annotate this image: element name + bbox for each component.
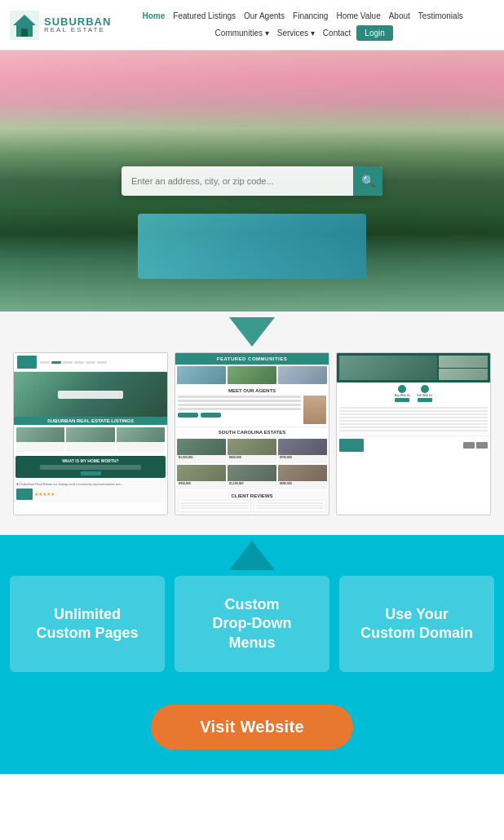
nav-testimonials[interactable]: Testimonials bbox=[416, 10, 466, 22]
ss2-review-2 bbox=[254, 500, 327, 512]
ss3-header bbox=[337, 353, 490, 382]
ss3-detail-line bbox=[339, 427, 488, 428]
ss2-header-text: FEATURED COMMUNITIES bbox=[179, 356, 325, 361]
ss2-prop-5: $1,100,000 bbox=[228, 465, 276, 489]
ss3-sell-btn bbox=[418, 398, 432, 402]
nav-about[interactable]: About bbox=[387, 10, 413, 22]
ss1-logo bbox=[17, 356, 37, 369]
ss2-prop-4-price: $950,000 bbox=[179, 482, 224, 485]
logo-icon bbox=[10, 11, 39, 40]
ss1-listing-3 bbox=[117, 427, 165, 452]
ss2-prop-1-info: $1,000,000 bbox=[177, 455, 226, 463]
ss1-listing-1 bbox=[16, 427, 64, 452]
ss1-header bbox=[14, 353, 167, 372]
ss2-prop-3: $720,000 bbox=[278, 439, 327, 463]
nav-home[interactable]: Home bbox=[140, 10, 168, 22]
ss2-prop-2-info: $850,000 bbox=[228, 455, 276, 463]
ss1-homeval-input bbox=[40, 465, 142, 470]
ss3-icon-sell: Sell With Us bbox=[417, 385, 432, 402]
ss2-prop-1-img bbox=[177, 439, 226, 455]
search-input[interactable] bbox=[122, 176, 353, 186]
ss2-prop-5-info: $1,100,000 bbox=[228, 481, 276, 489]
ss3-detail-line bbox=[339, 417, 488, 418]
ss2-community-img-1 bbox=[177, 366, 226, 384]
feature-2-text: CustomDrop-Down Menus bbox=[188, 595, 316, 652]
ss1-homeval: WHAT IS MY HOME WORTH? bbox=[15, 456, 166, 478]
ss1-homeval-btn bbox=[81, 471, 101, 475]
ss3-sell-icon bbox=[421, 385, 429, 393]
feature-card-3: Use YourCustom Domain bbox=[339, 576, 494, 672]
logo-sub: REAL ESTATE bbox=[44, 27, 111, 33]
ss2-prop-6-price: $680,000 bbox=[280, 482, 325, 485]
search-icon: 🔍 bbox=[361, 175, 375, 188]
ss2-review-1-line bbox=[180, 502, 249, 504]
ss1-footer-text: At Suburban Real Estate our listings and… bbox=[16, 482, 165, 487]
arrow-up-icon bbox=[229, 541, 275, 570]
svg-rect-2 bbox=[21, 29, 28, 37]
hero-pool-decoration bbox=[138, 214, 366, 279]
ss2-community-images bbox=[175, 365, 329, 386]
screenshot-1: SUBURBAN REAL ESTATE LISTINGS WHAT IS MY… bbox=[13, 352, 168, 515]
ss2-prop-6-info: $680,000 bbox=[278, 481, 327, 489]
nav-services[interactable]: Services ▾ bbox=[275, 27, 317, 39]
nav-financing[interactable]: Financing bbox=[290, 10, 330, 22]
ss2-community-img-3 bbox=[278, 366, 327, 384]
ss3-footer bbox=[337, 435, 490, 454]
ss3-hls-logo bbox=[476, 442, 488, 449]
ss2-prop-6: $680,000 bbox=[278, 465, 327, 489]
nav-agents[interactable]: Our Agents bbox=[241, 10, 287, 22]
ss2-agent-line bbox=[178, 408, 301, 410]
search-button[interactable]: 🔍 bbox=[353, 166, 382, 196]
ss3-sell-label: Sell With Us bbox=[417, 394, 432, 397]
ss1-nav-dot bbox=[40, 361, 50, 364]
ss2-prop-2-img bbox=[228, 439, 276, 455]
nav-contact[interactable]: Contact bbox=[321, 27, 353, 39]
ss1-footer: At Suburban Real Estate our listings and… bbox=[14, 480, 167, 502]
ss1-listings-title: SUBURBAN REAL ESTATE LISTINGS bbox=[14, 417, 167, 425]
nav-featured[interactable]: Featured Listings bbox=[170, 10, 238, 22]
ss2-agent-btn-2 bbox=[201, 413, 221, 418]
ss2-prop-4-info: $950,000 bbox=[177, 481, 226, 489]
ss3-detail-line bbox=[339, 413, 488, 415]
visit-section: Visit Website bbox=[0, 696, 504, 774]
login-button[interactable]: Login bbox=[356, 25, 392, 41]
ss3-icon-buy: Buy With Us bbox=[395, 385, 410, 402]
visit-button[interactable]: Visit Website bbox=[151, 705, 353, 749]
ss2-prop-3-price: $720,000 bbox=[280, 456, 325, 459]
ss3-side-img-2 bbox=[439, 369, 488, 381]
ss1-listing-1-info bbox=[16, 442, 64, 452]
ss1-footer-logo: ★★★★★ bbox=[16, 489, 165, 500]
ss2-prop-2: $850,000 bbox=[228, 439, 276, 463]
ss1-stars: ★★★★★ bbox=[34, 491, 55, 497]
ss1-nav-dot bbox=[63, 361, 73, 364]
ss1-listing-2-info bbox=[66, 442, 114, 452]
ss2-review-row bbox=[178, 500, 326, 512]
ss2-review-1-line bbox=[180, 507, 249, 509]
ss1-homeval-title: WHAT IS MY HOME WORTH? bbox=[18, 458, 163, 463]
feature-card-1: UnlimitedCustom Pages bbox=[10, 576, 165, 672]
ss2-prop-3-info: $720,000 bbox=[278, 455, 327, 463]
ss2-header: FEATURED COMMUNITIES bbox=[175, 353, 329, 365]
ss1-listing-2 bbox=[66, 427, 114, 452]
ss2-agent-btn-1 bbox=[178, 413, 198, 418]
ss3-detail-line bbox=[339, 430, 488, 431]
ss1-nav-dot-active bbox=[51, 361, 61, 364]
hero-section: 🔍 bbox=[0, 51, 504, 312]
arrow-down-container bbox=[0, 312, 504, 352]
ss2-prop-4-img bbox=[177, 465, 226, 481]
ss2-prop-5-price: $1,100,000 bbox=[229, 482, 275, 485]
ss2-agents-row bbox=[178, 396, 326, 424]
nav-homevalue[interactable]: Home Value bbox=[334, 10, 382, 22]
ss1-nav-dot bbox=[97, 361, 107, 364]
ss3-side-images bbox=[439, 356, 488, 380]
ss2-estates-title: SOUTH CAROLINA ESTATES bbox=[175, 427, 329, 437]
ss3-detail-rows bbox=[337, 405, 490, 435]
ss2-prop-5-img bbox=[228, 465, 276, 481]
ss2-agent-line bbox=[178, 400, 301, 402]
ss3-main-image bbox=[339, 356, 437, 380]
ss3-side-img-1 bbox=[439, 356, 488, 368]
arrow-up-container bbox=[0, 535, 504, 576]
ss1-listing-1-img bbox=[16, 427, 64, 442]
nav-communities[interactable]: Communities ▾ bbox=[213, 27, 272, 39]
hero-search-bar[interactable]: 🔍 bbox=[122, 166, 382, 196]
